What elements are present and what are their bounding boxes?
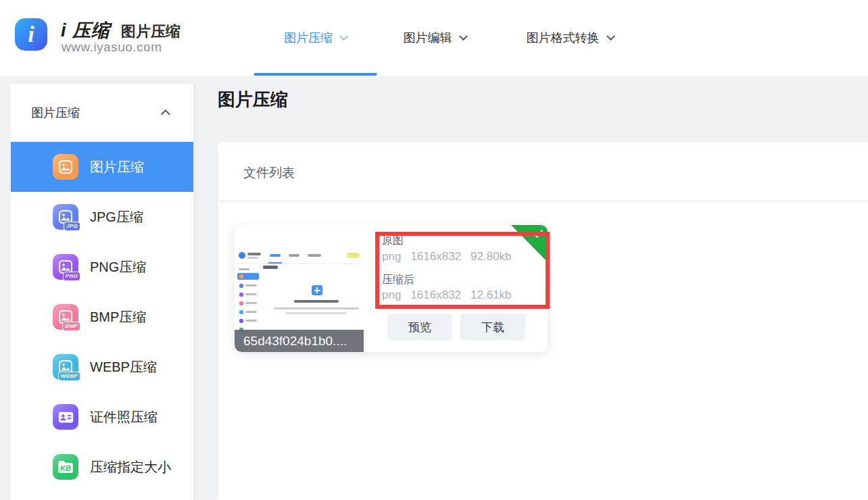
kb-badge: KB [57, 461, 74, 474]
format-badge: JPG [64, 222, 80, 231]
nav-tab-format-convert[interactable]: 图片格式转换 [493, 0, 647, 76]
sidebar-item-label: JPG压缩 [90, 208, 143, 226]
sidebar-item-compress-to-size[interactable]: KB 压缩指定大小 [11, 442, 193, 492]
sidebar-group-header[interactable]: 图片压缩 [11, 84, 193, 142]
original-size: 92.80kb [471, 250, 512, 263]
chevron-down-icon [339, 32, 348, 41]
sidebar-item-label: WEBP压缩 [90, 358, 157, 376]
page-title: 图片压缩 [218, 88, 288, 111]
bmp-compress-icon: BMP [53, 304, 78, 330]
brand-name: i 压缩 [61, 18, 110, 43]
sidebar-group-title: 图片压缩 [31, 105, 80, 121]
nav-tab-label: 图片压缩 [284, 30, 333, 46]
active-tab-underline [254, 73, 377, 76]
compressed-label: 压缩后 [382, 273, 414, 287]
format-badge: PNG [63, 272, 80, 281]
original-format: png [382, 250, 401, 263]
webp-compress-icon: WEBP [53, 354, 78, 380]
nav-tab-image-compress[interactable]: 图片压缩 [254, 0, 377, 76]
top-header: i i 压缩 图片压缩 www.iyasuo.com 图片压缩 图片编辑 图片格… [0, 0, 868, 76]
sidebar: 图片压缩 图片压缩 JPG JPG压缩 PNG PNG压缩 BMP BMP压缩 [11, 84, 193, 500]
brand-url: www.iyasuo.com [62, 40, 162, 55]
sidebar-item-label: 证件照压缩 [90, 408, 158, 426]
chevron-down-icon [459, 32, 468, 41]
mini-upload-plus-icon [312, 285, 322, 295]
file-thumbnail[interactable]: 65d43f024b1b0.... [235, 225, 364, 352]
file-list-title: 文件列表 [243, 164, 295, 182]
sidebar-item-image-compress[interactable]: 图片压缩 [11, 142, 193, 192]
sidebar-item-label: 压缩指定大小 [90, 458, 171, 476]
jpg-compress-icon: JPG [53, 204, 78, 230]
id-photo-icon [53, 404, 78, 430]
original-dimensions: 1616x832 [410, 250, 461, 263]
brand-subtitle: 图片压缩 [121, 22, 180, 42]
thumbnail-preview [236, 246, 362, 330]
sidebar-item-jpg-compress[interactable]: JPG JPG压缩 [11, 192, 193, 242]
sidebar-item-label: BMP压缩 [90, 308, 146, 326]
original-info: png1616x83292.80kb [382, 250, 521, 264]
chevron-down-icon [606, 32, 615, 41]
compressed-size: 12.61kb [471, 289, 512, 301]
file-name-label: 65d43f024b1b0.... [235, 330, 364, 352]
image-compress-icon [53, 154, 78, 180]
kb-size-icon: KB [53, 454, 78, 480]
panel-divider [218, 201, 868, 201]
sidebar-item-png-compress[interactable]: PNG PNG压缩 [11, 242, 193, 292]
sidebar-item-bmp-compress[interactable]: BMP BMP压缩 [11, 292, 193, 342]
brand[interactable]: i 压缩 图片压缩 [61, 18, 180, 43]
sidebar-item-label: PNG压缩 [90, 258, 146, 276]
format-badge: WEBP [58, 372, 80, 381]
compressed-dimensions: 1616x832 [410, 289, 461, 301]
preview-button[interactable]: 预览 [387, 314, 452, 341]
download-button[interactable]: 下载 [460, 314, 525, 341]
nav-tab-image-edit[interactable]: 图片编辑 [377, 0, 493, 76]
nav-tab-label: 图片编辑 [404, 30, 452, 46]
sidebar-item-id-photo-compress[interactable]: 证件照压缩 [11, 392, 193, 442]
file-list-panel: 文件列表 65d43f024b1b0.... [218, 142, 868, 500]
sidebar-item-label: 图片压缩 [90, 158, 144, 176]
compressed-format: png [382, 289, 401, 301]
sidebar-item-webp-compress[interactable]: WEBP WEBP压缩 [11, 342, 193, 392]
original-label: 原图 [382, 234, 404, 248]
file-card: 65d43f024b1b0.... 原图 png1616x83292.80kb … [235, 225, 548, 352]
main-nav: 图片压缩 图片编辑 图片格式转换 [254, 0, 647, 76]
nav-tab-label: 图片格式转换 [527, 30, 600, 46]
format-badge: BMP [62, 322, 80, 331]
site-logo-icon[interactable]: i [15, 18, 47, 51]
compressed-info: png1616x83212.61kb [382, 289, 521, 302]
png-compress-icon: PNG [53, 254, 78, 280]
chevron-up-icon [161, 109, 170, 119]
check-icon [533, 228, 544, 239]
